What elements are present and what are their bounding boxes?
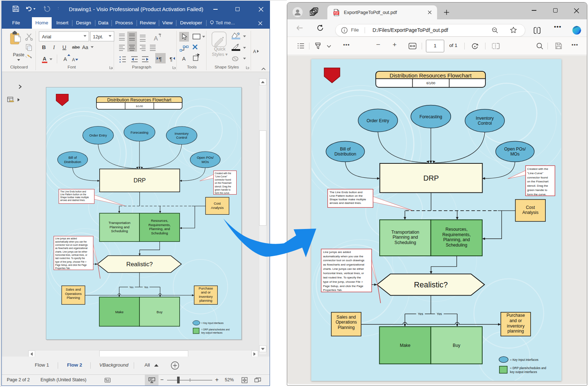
- svg-text:A: A: [253, 49, 256, 54]
- svg-text:¶: ¶: [170, 56, 172, 62]
- svg-text:¶: ¶: [159, 56, 162, 62]
- svg-text:Aa: Aa: [82, 44, 88, 50]
- svg-text:A: A: [43, 56, 47, 62]
- svg-text:A: A: [63, 56, 67, 62]
- svg-text:I: I: [53, 44, 55, 50]
- svg-text:U: U: [62, 44, 66, 50]
- svg-text:A: A: [154, 35, 158, 42]
- svg-text:A: A: [182, 56, 186, 62]
- svg-text:B: B: [42, 44, 46, 50]
- svg-text:PDF: PDF: [334, 12, 339, 14]
- svg-text:abe: abe: [72, 44, 80, 50]
- svg-text:Arial: Arial: [42, 34, 51, 39]
- svg-text:12pt.: 12pt.: [93, 34, 103, 39]
- svg-text:A: A: [72, 57, 75, 62]
